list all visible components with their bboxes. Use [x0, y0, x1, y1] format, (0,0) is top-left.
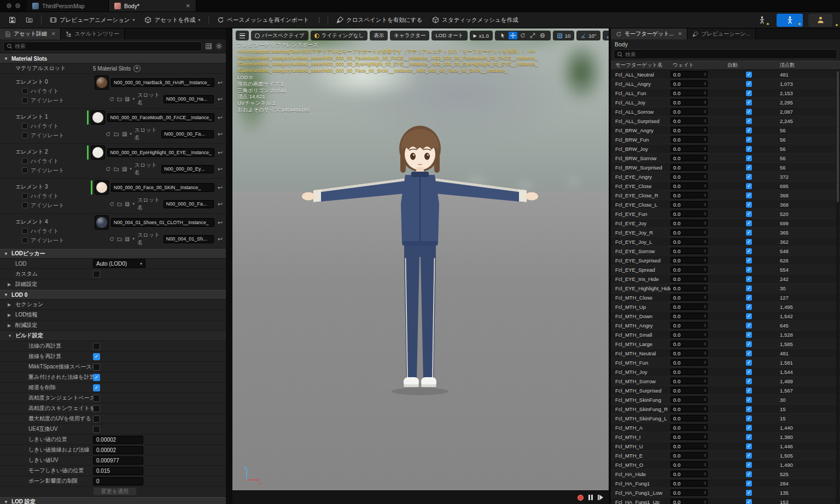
- auto-checkbox[interactable]: [746, 388, 752, 394]
- auto-checkbox[interactable]: [746, 369, 752, 375]
- weight-input[interactable]: 0.0: [670, 294, 708, 301]
- morph-target-row[interactable]: Fcl_MTH_Close 0.0 127: [611, 293, 840, 302]
- tab-skeleton-tree[interactable]: スケルトンツリー: [61, 28, 125, 39]
- viewport-menu-button[interactable]: [236, 31, 249, 40]
- world-space-icon[interactable]: [538, 32, 547, 39]
- checkbox[interactable]: [93, 415, 100, 423]
- morph-target-row[interactable]: Fcl_EYE_Close_L 0.0 368: [611, 200, 840, 209]
- value-input[interactable]: 0: [93, 477, 143, 485]
- auto-checkbox[interactable]: [746, 99, 752, 106]
- playback-speed-button[interactable]: ▶x1.0: [470, 31, 493, 40]
- more-options-icon[interactable]: ⋮: [314, 16, 324, 24]
- morph-target-row[interactable]: Fcl_HA_Fung1_Up 0.0 153: [611, 497, 840, 504]
- auto-checkbox[interactable]: [746, 462, 752, 468]
- auto-checkbox[interactable]: [746, 350, 752, 356]
- auto-checkbox[interactable]: [746, 443, 752, 449]
- weight-input[interactable]: 0.0: [670, 136, 708, 143]
- section-lod-picker[interactable]: ▼ LODピッカー: [0, 249, 226, 259]
- rotation-snap-button[interactable]: 10°: [576, 31, 600, 40]
- morph-target-row[interactable]: Fcl_BRW_Angry 0.0 56: [611, 126, 840, 135]
- auto-checkbox[interactable]: [746, 397, 752, 403]
- lighting-mode-button[interactable]: ライティングなし: [311, 31, 368, 40]
- auto-checkbox[interactable]: [746, 230, 752, 236]
- morph-target-row[interactable]: Fcl_EYE_Joy_R 0.0 365: [611, 228, 840, 237]
- morph-target-row[interactable]: Fcl_BRW_Fun 0.0 56: [611, 135, 840, 144]
- select-tool-icon[interactable]: [499, 32, 508, 39]
- character-preview-button[interactable]: ★: [777, 14, 803, 27]
- value-input[interactable]: 0.00002: [93, 446, 143, 454]
- tab-body[interactable]: Body* ✕: [109, 0, 196, 11]
- material-thumbnail[interactable]: [91, 145, 105, 160]
- auto-checkbox[interactable]: [746, 490, 752, 496]
- auto-checkbox[interactable]: [746, 360, 752, 366]
- weight-input[interactable]: 0.0: [670, 248, 708, 254]
- morph-target-row[interactable]: Fcl_ALL_Sorrow 0.0 2,087: [611, 107, 840, 116]
- reimport-base-mesh-button[interactable]: ベースメッシュを再インポート: [213, 14, 313, 27]
- auto-checkbox[interactable]: [746, 183, 752, 189]
- morph-target-row[interactable]: Fcl_ALL_Fun 0.0 2,153: [611, 89, 840, 98]
- column-verts[interactable]: 頂点数: [778, 62, 840, 69]
- add-material-slot-icon[interactable]: +: [133, 65, 141, 72]
- preview-viewport[interactable]: パースペクティブ ライティングなし 表示 キャラクター LOD オート ▶x1.…: [232, 28, 609, 504]
- material-options-icon[interactable]: [125, 201, 130, 207]
- slot-name-field[interactable]: N00_000_00_Ha...: [164, 95, 214, 103]
- lod-info-row[interactable]: ▶ LOD情報: [0, 310, 226, 320]
- morph-target-row[interactable]: Fcl_MTH_I 0.0 1,380: [611, 432, 840, 442]
- material-instance-field[interactable]: N00_000_00_FaceMouth_00_FACE__Instance_: [107, 113, 214, 122]
- column-weight[interactable]: ウェイト: [669, 62, 726, 69]
- preview-animation-button[interactable]: プレビューアニメーション▾: [45, 14, 139, 27]
- asset-details-scroll[interactable]: ▼ Material Slots マテリアルスロット 5 Material Sl…: [0, 54, 226, 504]
- tab-thirdpersonmap[interactable]: ThirdPersonMap: [27, 0, 109, 11]
- search-field[interactable]: [3, 42, 202, 51]
- auto-checkbox[interactable]: [746, 211, 752, 217]
- checkbox[interactable]: [93, 405, 100, 412]
- auto-checkbox[interactable]: [746, 285, 752, 291]
- create-asset-button[interactable]: アセットを作成▾: [140, 14, 205, 27]
- show-button[interactable]: 表示: [370, 31, 388, 40]
- highlight-checkbox[interactable]: [22, 158, 28, 164]
- record-button[interactable]: [578, 495, 584, 501]
- material-options-icon[interactable]: [122, 131, 127, 137]
- morph-target-row[interactable]: Fcl_EYE_Close_R 0.0 368: [611, 191, 840, 200]
- slot-name-field[interactable]: N00_000_00_Ey...: [161, 165, 214, 173]
- morph-target-row[interactable]: Fcl_MTH_E 0.0 1,505: [611, 451, 840, 460]
- weight-input[interactable]: 0.0: [670, 433, 708, 440]
- browse-icon[interactable]: [114, 166, 119, 172]
- material-instance-field[interactable]: N00_000_00_HairBack_00_HAIR__Instance_: [111, 78, 214, 87]
- weight-input[interactable]: 0.0: [670, 192, 708, 198]
- auto-checkbox[interactable]: [746, 425, 752, 431]
- weight-input[interactable]: 0.0: [670, 276, 708, 282]
- use-selected-icon[interactable]: [109, 236, 114, 242]
- weight-input[interactable]: 0.0: [670, 341, 708, 347]
- morph-target-row[interactable]: Fcl_MTH_Surprised 0.0 1,567: [611, 386, 840, 395]
- view-options-icon[interactable]: [205, 43, 212, 50]
- slot-name-field[interactable]: N00_000_00_Fa...: [164, 200, 214, 208]
- morph-target-row[interactable]: Fcl_ALL_Joy 0.0 2,295: [611, 98, 840, 107]
- checkbox[interactable]: [93, 395, 100, 402]
- weight-input[interactable]: 0.0: [670, 164, 708, 171]
- weight-input[interactable]: 0.0: [670, 145, 708, 152]
- checkbox[interactable]: [93, 426, 100, 433]
- sections-row[interactable]: ▶ セクション: [0, 300, 226, 310]
- material-instance-field[interactable]: N00_004_01_Shoes_01_CLOTH__Instance_: [111, 218, 214, 227]
- morph-target-row[interactable]: Fcl_BRW_Surprised 0.0 56: [611, 163, 840, 172]
- morph-target-row[interactable]: Fcl_EYE_Close 0.0 695: [611, 181, 840, 191]
- auto-checkbox[interactable]: [746, 453, 752, 459]
- weight-input[interactable]: 0.0: [670, 229, 708, 236]
- weight-input[interactable]: 0.0: [670, 201, 708, 208]
- material-options-icon[interactable]: [122, 166, 127, 172]
- morph-target-row[interactable]: Fcl_MTH_A 0.0 1,440: [611, 423, 840, 432]
- weight-input[interactable]: 0.0: [670, 489, 708, 496]
- close-icon[interactable]: ✕: [186, 3, 190, 9]
- highlight-checkbox[interactable]: [22, 193, 28, 199]
- highlight-checkbox[interactable]: [22, 123, 28, 129]
- morph-target-row[interactable]: Fcl_ALL_Neutral 0.0 481: [611, 70, 840, 79]
- reset-to-default-icon[interactable]: ↩: [218, 131, 223, 138]
- use-selected-icon[interactable]: [106, 131, 111, 137]
- weight-input[interactable]: 0.0: [670, 118, 708, 124]
- auto-checkbox[interactable]: [746, 471, 752, 477]
- weight-input[interactable]: 0.0: [670, 257, 708, 263]
- slot-name-field[interactable]: N00_000_00_Fa...: [161, 130, 214, 138]
- tab-morph-target-preview[interactable]: モーフターゲット... ✕: [611, 28, 687, 39]
- reset-to-default-icon[interactable]: ↩: [218, 114, 223, 121]
